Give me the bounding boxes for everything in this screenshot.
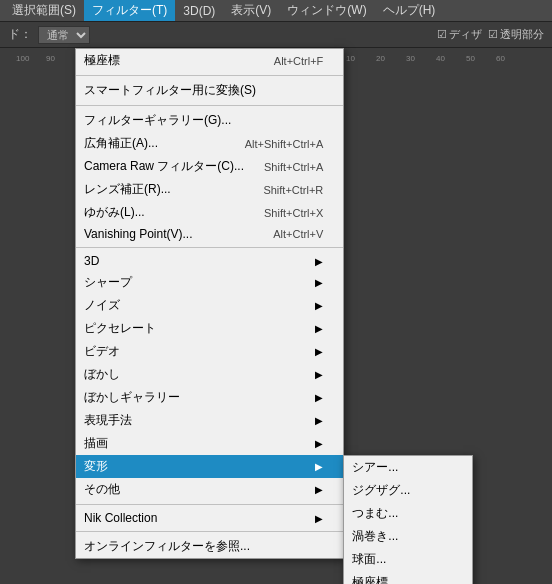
menubar-item-help[interactable]: ヘルプ(H) xyxy=(375,0,444,21)
ruler-tick: 40 xyxy=(436,54,466,63)
menubar: 選択範囲(S) フィルター(T) 3D(D) 表示(V) ウィンドウ(W) ヘル… xyxy=(0,0,552,22)
arrow-icon-expression: ▶ xyxy=(315,415,323,426)
ruler-tick: 90 xyxy=(46,54,76,63)
separator-3 xyxy=(76,247,343,248)
separator-2 xyxy=(76,105,343,106)
arrow-icon-3d: ▶ xyxy=(315,256,323,267)
arrow-icon-nik: ▶ xyxy=(315,513,323,524)
dither-label: ☑ ディザ xyxy=(437,27,482,42)
filter-dropdown-menu: 極座標 Alt+Ctrl+F スマートフィルター用に変換(S) フィルターギャラ… xyxy=(75,48,344,559)
mode-label: ド： xyxy=(8,26,32,43)
submenu-item-twirl[interactable]: 渦巻き... xyxy=(344,525,472,548)
arrow-icon-video: ▶ xyxy=(315,346,323,357)
menu-item-yugami[interactable]: ゆがみ(L)... Shift+Ctrl+X xyxy=(76,201,343,224)
toolbar-right: ☑ ディザ ☑ 透明部分 xyxy=(437,27,544,42)
menu-item-henzei[interactable]: 変形 ▶ シアー... ジグザグ... つまむ... 渦巻き... 球面... … xyxy=(76,455,343,478)
submenu-item-zigzag[interactable]: ジグザグ... xyxy=(344,479,472,502)
menu-item-wide-angle[interactable]: 広角補正(A)... Alt+Shift+Ctrl+A xyxy=(76,132,343,155)
menu-item-filter-gallery[interactable]: フィルターギャラリー(G)... xyxy=(76,109,343,132)
menu-item-camera-raw[interactable]: Camera Raw フィルター(C)... Shift+Ctrl+A xyxy=(76,155,343,178)
arrow-icon-draw: ▶ xyxy=(315,438,323,449)
arrow-icon-bokashi: ▶ xyxy=(315,369,323,380)
transparent-icon: ☑ xyxy=(488,28,498,41)
menu-item-other[interactable]: その他 ▶ xyxy=(76,478,343,501)
separator-1 xyxy=(76,75,343,76)
menu-item-sharp[interactable]: シャープ ▶ xyxy=(76,271,343,294)
menu-item-nik-collection[interactable]: Nik Collection ▶ xyxy=(76,508,343,528)
ruler-tick: 20 xyxy=(376,54,406,63)
ruler-corner xyxy=(0,48,16,64)
arrow-icon-sharp: ▶ xyxy=(315,277,323,288)
dither-icon: ☑ xyxy=(437,28,447,41)
menubar-item-window[interactable]: ウィンドウ(W) xyxy=(279,0,374,21)
menu-item-bokashi-gallery[interactable]: ぼかしギャラリー ▶ xyxy=(76,386,343,409)
transparent-label: ☑ 透明部分 xyxy=(488,27,544,42)
submenu-item-spherize[interactable]: 球面... xyxy=(344,548,472,571)
menu-item-vanishing-point[interactable]: Vanishing Point(V)... Alt+Ctrl+V xyxy=(76,224,343,244)
menu-item-pixelate[interactable]: ピクセレート ▶ xyxy=(76,317,343,340)
menu-item-smart-filter[interactable]: スマートフィルター用に変換(S) xyxy=(76,79,343,102)
arrow-icon-bokashi-gallery: ▶ xyxy=(315,392,323,403)
menubar-item-filter[interactable]: フィルター(T) xyxy=(84,0,175,21)
menu-item-lens-correction[interactable]: レンズ補正(R)... Shift+Ctrl+R xyxy=(76,178,343,201)
submenu-item-polar[interactable]: 極座標... xyxy=(344,571,472,584)
menu-item-online-filter[interactable]: オンラインフィルターを参照... xyxy=(76,535,343,558)
submenu-item-pinch[interactable]: つまむ... xyxy=(344,502,472,525)
menubar-item-3d[interactable]: 3D(D) xyxy=(175,2,223,20)
menu-item-draw[interactable]: 描画 ▶ xyxy=(76,432,343,455)
separator-5 xyxy=(76,531,343,532)
submenu-item-shear[interactable]: シアー... xyxy=(344,456,472,479)
separator-4 xyxy=(76,504,343,505)
menubar-item-view[interactable]: 表示(V) xyxy=(223,0,279,21)
menu-item-noise[interactable]: ノイズ ▶ xyxy=(76,294,343,317)
arrow-icon-pixelate: ▶ xyxy=(315,323,323,334)
ruler-tick: 10 xyxy=(346,54,376,63)
ruler-tick: 100 xyxy=(16,54,46,63)
menu-item-3d[interactable]: 3D ▶ xyxy=(76,251,343,271)
toolbar: ド： 通常 ☑ ディザ ☑ 透明部分 xyxy=(0,22,552,48)
arrow-icon-noise: ▶ xyxy=(315,300,323,311)
menu-item-kyokuzahyo[interactable]: 極座標 Alt+Ctrl+F xyxy=(76,49,343,72)
menu-item-expression[interactable]: 表現手法 ▶ xyxy=(76,409,343,432)
ruler-tick: 60 xyxy=(496,54,526,63)
arrow-icon-other: ▶ xyxy=(315,484,323,495)
menu-item-bokashi[interactable]: ぼかし ▶ xyxy=(76,363,343,386)
menu-item-video[interactable]: ビデオ ▶ xyxy=(76,340,343,363)
henzei-submenu: シアー... ジグザグ... つまむ... 渦巻き... 球面... 極座標..… xyxy=(343,455,473,584)
mode-select[interactable]: 通常 xyxy=(38,26,90,44)
menubar-item-select[interactable]: 選択範囲(S) xyxy=(4,0,84,21)
ruler-tick: 50 xyxy=(466,54,496,63)
arrow-icon-henzei: ▶ xyxy=(315,461,323,472)
ruler-tick: 30 xyxy=(406,54,436,63)
